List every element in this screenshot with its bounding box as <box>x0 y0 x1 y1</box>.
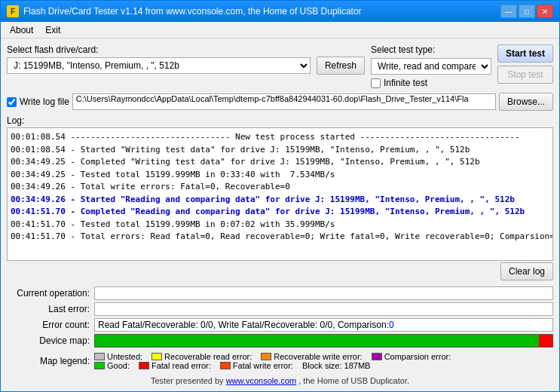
legend-swatch-recoverable-write <box>261 353 271 360</box>
legend-untested: Untested: <box>94 352 142 361</box>
footer-link[interactable]: www.vconsole.com <box>226 376 297 385</box>
last-error-value <box>94 302 553 316</box>
main-content: Select flash drive/card: J: 15199MB, "In… <box>1 38 559 391</box>
legend-swatch-fatal-write <box>220 362 231 369</box>
start-stop-group: Start test Stop test <box>497 44 553 84</box>
legend-swatch-good <box>94 362 105 369</box>
legend-fatal-read: Fatal read error: <box>139 361 211 370</box>
legend-block-size-text: Block size: 187MB <box>302 361 370 370</box>
log-section: Log: 00:01:08.54 -----------------------… <box>7 115 553 280</box>
legend-items: Untested: Recoverable read error: Recove… <box>94 352 553 370</box>
title-bar: F Flash Drive/Card Tester v1.14 from www… <box>1 1 559 22</box>
drive-row: J: 15199MB, "Intenso, Premium, , ", 512b… <box>7 57 365 75</box>
window-title: Flash Drive/Card Tester v1.14 from www.v… <box>23 6 500 17</box>
device-map-label: Device map: <box>7 335 90 346</box>
legend-row-2: Good: Fatal read error: Fatal write erro… <box>94 361 553 370</box>
clear-log-button[interactable]: Clear log <box>500 262 553 280</box>
legend-row-container: Map legend: Untested: Recoverable read e… <box>7 352 553 370</box>
legend-row-1: Untested: Recoverable read error: Recove… <box>94 352 553 361</box>
legend-label-fatal-write: Fatal write error: <box>233 361 293 370</box>
window-controls: — □ ✕ <box>500 5 553 18</box>
test-type-row: Write, read and compareWrite onlyRead on… <box>371 58 491 75</box>
legend-swatch-comparison <box>372 353 382 360</box>
legend-block-size: Block size: 187MB <box>302 361 370 370</box>
error-count-text: Read Fatal/Recoverable: 0/0, Write Fatal… <box>98 320 389 330</box>
legend-label-untested: Untested: <box>107 352 142 361</box>
legend-swatch-recoverable-read <box>151 353 162 360</box>
current-operation-label: Current operation: <box>7 288 90 299</box>
log-label: Log: <box>7 115 553 126</box>
menu-about[interactable]: About <box>4 23 39 37</box>
log-file-path: C:\Users\Raymondcc\AppData\Local\Temp\dt… <box>72 93 496 110</box>
legend-label-good: Good: <box>107 361 130 370</box>
legend-label-recoverable-read: Recoverable read error: <box>164 352 252 361</box>
device-map-row: Device map: <box>7 334 553 348</box>
log-file-row: Write log file C:\Users\Raymondcc\AppDat… <box>7 93 553 111</box>
test-type-section: Select test type: Write, read and compar… <box>371 44 491 88</box>
maximize-button[interactable]: □ <box>519 5 535 18</box>
legend-swatch-fatal-read <box>139 362 149 369</box>
log-area-wrapper: 00:01:08.54 ----------------------------… <box>7 127 553 261</box>
map-legend-label: Map legend: <box>7 356 90 366</box>
current-operation-row: Current operation: <box>7 286 553 300</box>
main-window: F Flash Drive/Card Tester v1.14 from www… <box>0 0 560 392</box>
app-icon: F <box>7 5 19 17</box>
drive-label: Select flash drive/card: <box>7 44 365 55</box>
device-map-bar <box>94 334 553 348</box>
footer-text: Tester presented by <box>151 376 226 385</box>
minimize-button[interactable]: — <box>500 5 517 18</box>
drive-section: Select flash drive/card: J: 15199MB, "In… <box>7 44 365 75</box>
menu-exit[interactable]: Exit <box>39 23 66 37</box>
legend-good: Good: <box>94 361 130 370</box>
last-error-label: Last error: <box>7 304 90 314</box>
start-test-button[interactable]: Start test <box>497 44 553 63</box>
legend-label-recoverable-write: Recoverable write error: <box>274 352 362 361</box>
legend-label-fatal-read: Fatal read error: <box>151 361 211 370</box>
browse-button[interactable]: Browse... <box>499 93 553 111</box>
infinite-checkbox[interactable] <box>371 78 381 88</box>
legend-swatch-untested <box>94 353 105 360</box>
log-area[interactable]: 00:01:08.54 ----------------------------… <box>8 128 552 260</box>
menu-bar: About Exit <box>1 22 559 38</box>
footer: Tester presented by www.vconsole.com , t… <box>7 376 553 385</box>
legend-recoverable-write: Recoverable write error: <box>261 352 362 361</box>
legend-comparison: Comparsion error: <box>372 352 451 361</box>
error-count-label: Error count: <box>7 320 90 330</box>
current-operation-value <box>94 286 553 300</box>
drive-select[interactable]: J: 15199MB, "Intenso, Premium, , ", 512b <box>7 57 311 74</box>
close-button[interactable]: ✕ <box>537 5 553 18</box>
error-count-value: Read Fatal/Recoverable: 0/0, Write Fatal… <box>94 318 553 332</box>
error-count-row: Error count: Read Fatal/Recoverable: 0/0… <box>7 318 553 332</box>
write-log-checkbox[interactable] <box>7 97 17 107</box>
status-section: Current operation: Last error: Error cou… <box>7 286 553 348</box>
infinite-row: Infinite test <box>371 78 491 88</box>
test-type-label: Select test type: <box>371 44 491 55</box>
legend-recoverable-read: Recoverable read error: <box>151 352 252 361</box>
legend-fatal-write: Fatal write error: <box>220 361 293 370</box>
last-error-row: Last error: <box>7 302 553 316</box>
legend-label-comparison: Comparsion error: <box>384 352 451 361</box>
top-row: Select flash drive/card: J: 15199MB, "In… <box>7 44 553 88</box>
clear-btn-row: Clear log <box>7 262 553 280</box>
error-count-zero: 0 <box>389 320 394 330</box>
footer-text2: , the Home of USB Duplicator. <box>296 376 409 385</box>
write-log-label: Write log file <box>20 96 69 107</box>
stop-test-button[interactable]: Stop test <box>497 66 553 84</box>
infinite-label: Infinite test <box>384 78 427 88</box>
refresh-button[interactable]: Refresh <box>317 57 365 75</box>
test-type-select[interactable]: Write, read and compareWrite onlyRead on… <box>371 58 491 75</box>
